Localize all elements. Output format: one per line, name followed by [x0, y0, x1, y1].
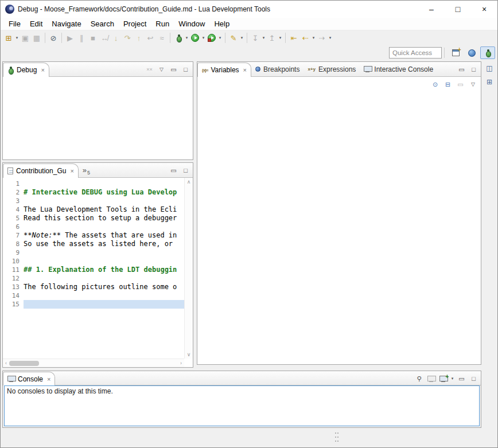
menu-search[interactable]: Search	[86, 18, 119, 29]
chevron-down-icon[interactable]: ▾	[14, 36, 20, 40]
show-logical-structures-icon[interactable]: ⊙	[430, 79, 441, 89]
search-button[interactable]: ✎	[228, 32, 239, 44]
minimize-window-button[interactable]: –	[418, 1, 445, 18]
run-button[interactable]	[189, 32, 201, 44]
chevron-down-icon[interactable]: ▾	[278, 36, 283, 40]
maximize-window-button[interactable]: □	[445, 1, 471, 18]
minimized-view-icon[interactable]: ⊞	[484, 76, 495, 88]
step-return-button[interactable]: ↑	[133, 32, 145, 44]
variables-content: ⊙ ⊟ ▭ ▽	[197, 77, 481, 364]
scroll-down-icon[interactable]: ∨	[187, 350, 191, 359]
chevron-down-icon[interactable]: ▾	[184, 36, 189, 40]
external-tools-button[interactable]	[206, 32, 217, 44]
previous-annotation-button[interactable]: ↥	[266, 32, 278, 44]
maximize-view-button[interactable]: □	[180, 64, 191, 75]
remove-all-terminated-button[interactable]: ××	[144, 64, 155, 75]
last-edit-location-button[interactable]: ⇤	[288, 32, 299, 44]
open-perspective-button[interactable]	[448, 46, 463, 59]
maximize-view-button[interactable]: □	[468, 64, 479, 75]
close-icon[interactable]: ×	[242, 67, 247, 73]
debug-perspective-button[interactable]	[480, 46, 495, 59]
tab-variables[interactable]: (x)= Variables ×	[197, 63, 251, 77]
menu-edit[interactable]: Edit	[25, 18, 47, 29]
chevron-down-icon[interactable]: ▾	[217, 36, 223, 40]
resume-button[interactable]: ▶	[64, 32, 76, 44]
use-step-filters-button[interactable]: ≈	[156, 32, 168, 44]
scrollbar-thumb[interactable]	[9, 361, 39, 366]
suspend-icon: ∥	[80, 34, 84, 42]
chevron-down-icon[interactable]: ▾	[311, 36, 316, 40]
interactive-console-icon	[364, 66, 371, 72]
scroll-left-icon[interactable]: ‹	[5, 359, 7, 367]
editor-vertical-scrollbar[interactable]: ∧ ∨	[184, 178, 193, 359]
collapse-all-icon[interactable]: ⊟	[442, 79, 453, 89]
editor-horizontal-scrollbar[interactable]: ‹ ›	[3, 359, 184, 367]
minimize-view-button[interactable]: ▭	[168, 165, 179, 176]
menu-project[interactable]: Project	[119, 18, 151, 29]
previous-annotation-icon: ↥	[269, 34, 275, 42]
menu-navigate[interactable]: Navigate	[47, 18, 85, 29]
tab-debug[interactable]: Debug ×	[3, 63, 49, 77]
variables-icon: (x)=	[202, 68, 208, 73]
save-button[interactable]: ▣	[20, 32, 31, 44]
chevron-down-icon[interactable]: ▾	[450, 376, 455, 381]
file-icon	[7, 167, 13, 174]
next-annotation-button[interactable]: ↧	[250, 32, 261, 44]
sash-grip[interactable]	[335, 433, 339, 442]
tab-console[interactable]: Console ×	[3, 372, 55, 385]
minimize-view-button[interactable]: ▭	[168, 64, 179, 75]
console-content[interactable]: No consoles to display at this time.	[4, 385, 480, 426]
view-menu-icon[interactable]: ▽	[468, 79, 478, 89]
minimize-view-button[interactable]: ▭	[456, 373, 467, 384]
maximize-view-button[interactable]: □	[180, 165, 191, 176]
step-into-button[interactable]: ↓	[110, 32, 122, 44]
editor-overflow-tab[interactable]: » 5	[79, 163, 94, 177]
minimized-view-icon[interactable]: ◫	[484, 63, 495, 74]
step-over-button[interactable]: ↷	[122, 32, 133, 44]
maximize-view-button[interactable]: □	[468, 373, 479, 384]
chevron-down-icon[interactable]: ▾	[239, 36, 244, 40]
lua-perspective-button[interactable]	[464, 46, 479, 59]
pin-view-icon[interactable]: ▭	[455, 79, 466, 89]
editor-body[interactable]: 1 2# Interactive DEBUG using Lua Develop…	[3, 178, 184, 359]
quick-access-input[interactable]	[389, 47, 442, 59]
menu-window[interactable]: Window	[174, 18, 209, 29]
tab-expressions[interactable]: x+y Expressions	[304, 62, 360, 76]
close-icon[interactable]: ×	[40, 67, 44, 73]
save-all-button[interactable]: ▦	[31, 32, 42, 44]
forward-button[interactable]: ⇢	[316, 32, 328, 44]
pin-console-icon[interactable]: ⚲	[414, 373, 425, 384]
chevron-down-icon[interactable]: ▾	[261, 36, 266, 40]
line-number: 15	[3, 300, 24, 309]
debug-button[interactable]	[173, 32, 184, 44]
breakpoint-icon	[255, 67, 260, 72]
tab-breakpoints[interactable]: Breakpoints	[251, 62, 304, 76]
close-icon[interactable]: ×	[69, 167, 73, 174]
scroll-up-icon[interactable]: ∧	[187, 178, 191, 186]
open-console-button[interactable]: +	[438, 373, 449, 384]
scroll-right-icon[interactable]: ›	[180, 359, 182, 367]
close-icon[interactable]: ×	[46, 376, 50, 383]
view-menu-icon[interactable]: ▽	[156, 64, 167, 75]
back-button[interactable]: ⇠	[299, 32, 311, 44]
chevron-down-icon[interactable]: ▾	[201, 36, 206, 40]
menu-file[interactable]: File	[4, 18, 25, 29]
terminate-button[interactable]: ■	[87, 32, 99, 44]
tab-contribution-guide[interactable]: Contribution_Gu ×	[3, 163, 79, 178]
suspend-button[interactable]: ∥	[76, 32, 87, 44]
menu-run[interactable]: Run	[151, 18, 174, 29]
drop-to-frame-button[interactable]: ↩	[145, 32, 156, 44]
display-selected-console-button[interactable]	[426, 373, 437, 384]
line-number: 13	[3, 283, 24, 291]
skip-all-breakpoints-button[interactable]: ⊘	[48, 32, 59, 44]
last-edit-location-icon: ⇤	[291, 34, 297, 42]
tab-interactive-console[interactable]: Interactive Console	[360, 62, 437, 76]
disconnect-button[interactable]: ↮	[99, 32, 110, 44]
new-wizard-button[interactable]: ⊞	[3, 32, 14, 44]
line-number: 5	[3, 214, 24, 223]
menu-help[interactable]: Help	[209, 18, 234, 29]
chevron-down-icon[interactable]: ▾	[328, 36, 333, 40]
close-window-button[interactable]: ×	[471, 1, 497, 18]
tab-contribution-guide-label: Contribution_Gu	[16, 167, 66, 175]
minimize-view-button[interactable]: ▭	[456, 64, 467, 75]
